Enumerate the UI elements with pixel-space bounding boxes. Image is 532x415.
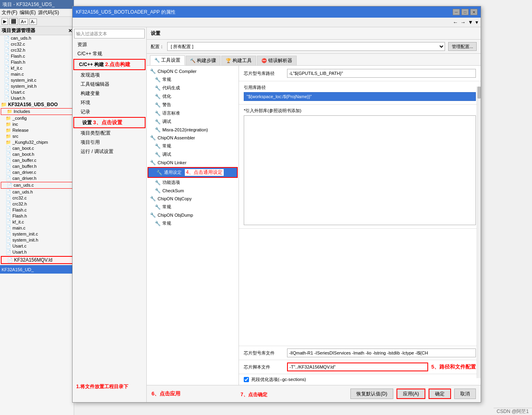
tab-build-steps[interactable]: 🔨 构建步骤 [186,56,220,65]
nav-down[interactable]: ▼ [468,19,473,25]
tree-folder-kungfu[interactable]: 📁 _Kungfu32_chipm [0,139,74,145]
ct-chipon-objcopy[interactable]: 🔧 ChipON ObjCopy [147,195,239,203]
tree-file-can_udsh2[interactable]: 📄 can_uds.h [0,189,74,195]
scrollbar-thumb[interactable] [477,87,481,99]
scrollbar[interactable] [477,87,481,378]
manage-config-button[interactable]: 管理配置... [448,42,477,51]
nav-more[interactable]: ▾ [475,19,478,25]
ct-debug-2[interactable]: 🔧 调试 [147,150,239,159]
tree-file-crc32c[interactable]: 📄 crc32.c [0,41,74,47]
tree-build-var[interactable]: 构建变量 [73,89,146,98]
tree-log[interactable]: 记录 [73,107,146,117]
ct-common-1[interactable]: 🔧 常规 [147,75,239,84]
tree-folder-config[interactable]: 📁 _config [0,115,74,121]
tab-error-parser[interactable]: ⛔ 错误解析器 [257,56,297,65]
chip-lib-path-input[interactable] [287,69,476,78]
ct-warning[interactable]: 🔧 警告 [147,101,239,109]
ct-optimize[interactable]: 🔧 优化 [147,92,239,101]
tree-folder-release[interactable]: 📁 Release [0,127,74,133]
tree-file-can_udsc[interactable]: 📄 can_uds.c [1,182,73,189]
ct-common-2[interactable]: 🔧 常规 [147,142,239,150]
ct-common-4[interactable]: 🔧 常规 [147,219,239,228]
ct-func-opts[interactable]: 🔧 功能选项 [147,178,239,187]
toolbar-icon-3[interactable]: A+ [19,18,28,25]
nav-forward[interactable]: → [460,19,465,25]
tree-file-can_driverc[interactable]: 📄 can_driver.c [0,169,74,175]
tree-env[interactable]: 环境 [73,98,146,107]
tree-file-can_bootc[interactable]: 📄 can_boot.c [0,145,74,151]
tree-file-crc32h2[interactable]: 📄 crc32.h [0,201,74,207]
tree-folder-inc[interactable]: 📁 inc [0,121,74,127]
dead-section-checkbox[interactable] [244,377,249,382]
ct-general-settings[interactable]: 🔧 通用设定 4、点击通用设定 [148,167,238,178]
tree-settings[interactable]: 设置 3、点击设置 [73,117,146,128]
cancel-button[interactable]: 取消 [454,389,476,399]
maximize-button[interactable]: □ [461,9,469,15]
tree-resources[interactable]: 资源 [73,40,146,49]
tree-file-kf_itc[interactable]: 📄 kf_it.c [0,65,74,71]
tree-file-system_init_c2[interactable]: 📄 system_init.c [0,231,74,237]
tree-file-flashc2[interactable]: 📄 Flash.c [0,207,74,213]
tree-file-crc32h[interactable]: 📄 crc32.h [0,47,74,53]
tree-folder-includes[interactable]: 📁 Includes [1,108,73,115]
tree-project-ref[interactable]: 项目引用 [73,138,146,147]
tab-tool-settings[interactable]: 🔧 工具设置 [150,55,185,65]
tree-project-type[interactable]: 项目类型/配置 [73,129,146,138]
tree-file-can_bufferc[interactable]: 📄 can_buffer.c [0,157,74,163]
tree-run-debug[interactable]: 运行 / 调试设置 [73,147,146,156]
tree-project-root[interactable]: 📁KF32A156_UDS_BOO [0,101,74,108]
ext-lib-area[interactable] [244,115,476,225]
tree-file-usartc[interactable]: 📄 Usart.c [0,89,74,95]
ct-debug-1[interactable]: 🔧 调试 [147,117,239,126]
panel-close[interactable]: ✕ [68,28,72,34]
ct-checksum[interactable]: 🔧 CheckSum [147,187,239,195]
tree-file-system_init_h[interactable]: 📄 system_init.h [0,83,74,89]
apply-button[interactable]: 应用(A) [396,389,425,399]
ok-button[interactable]: 确定 [429,389,451,399]
tree-file-can_uds_h[interactable]: 📄 can_uds.h [0,35,74,41]
ct-chipon-assembler[interactable]: 🔧 ChipON Assembler [147,134,239,142]
tree-cpp-general[interactable]: C/C++ 常规 [73,49,146,58]
tree-file-usartc2[interactable]: 📄 Usart.c [0,243,74,249]
menu-source[interactable]: 源代码(S) [38,9,59,16]
toolbar-icon-1[interactable]: ▶ [2,18,8,25]
chip-lib-file-input[interactable] [287,349,476,357]
restore-defaults-button[interactable]: 恢复默认值(D) [350,389,393,399]
tree-file-flashh[interactable]: 📄 Flash.h [0,59,74,65]
tree-file-usarth2[interactable]: 📄 Usart.h [0,249,74,255]
ct-codegen[interactable]: 🔧 代码生成 [147,84,239,92]
tree-discover[interactable]: 发现选项 [73,71,146,80]
nav-back[interactable]: ← [453,19,458,25]
tree-file-system_init_c[interactable]: 📄 system_init.c [0,77,74,83]
tree-folder-src[interactable]: 📁 src [0,133,74,139]
tree-cpp-build[interactable]: C/C++ 构建 2.点击构建 [73,59,146,70]
ct-common-3[interactable]: 🔧 常规 [147,203,239,211]
tree-file-can_bufferh[interactable]: 📄 can_buffer.h [0,163,74,169]
tab-build-tools[interactable]: 🏆 构建工具 [221,56,256,65]
tree-file-usarth[interactable]: 📄 Usart.h [0,95,74,101]
chip-script-input[interactable] [287,363,428,371]
config-select[interactable]: [ 所有配置 ] [167,42,445,51]
ct-chipon-c-compiler[interactable]: 🔧 ChipON C Compiler [147,67,239,75]
tree-file-can_driverh[interactable]: 📄 can_driver.h [0,175,74,181]
toolbar-icon-4[interactable]: A- [29,18,37,25]
tree-file-crc32c2[interactable]: 📄 crc32.c [0,195,74,201]
tree-file-kf_itc2[interactable]: 📄 kf_it.c [0,219,74,225]
ct-lang-std[interactable]: 🔧 语言标准 [147,109,239,117]
tree-file-flashh2[interactable]: 📄 Flash.h [0,213,74,219]
ct-chipon-linker[interactable]: 🔧 ChipON Linker [147,159,239,167]
minimize-button[interactable]: ─ [453,9,460,15]
menu-edit[interactable]: 编辑(E) [20,9,36,16]
tree-file-system_init_h2[interactable]: 📄 system_init.h [0,237,74,243]
tree-file-flashc[interactable]: 📄 Flash.c [0,53,74,59]
tree-file-mainc[interactable]: 📄 main.c [0,71,74,77]
close-button[interactable]: ✕ [470,9,477,15]
tree-file-ld[interactable]: 📄 KF32A156MQV.ld [1,256,73,264]
toolbar-icon-2[interactable]: ⬛ [9,18,18,25]
tree-file-can_booth[interactable]: 📄 can_boot.h [0,151,74,157]
filter-input[interactable] [74,29,145,38]
tree-toolchain[interactable]: 工具链编辑器 [73,80,146,89]
ct-misra[interactable]: 🔧 Misra-2012(integration) [147,126,239,134]
tree-file-mainc2[interactable]: 📄 main.c [0,225,74,231]
ct-chipon-objdump[interactable]: 🔧 ChipON ObjDump [147,211,239,219]
